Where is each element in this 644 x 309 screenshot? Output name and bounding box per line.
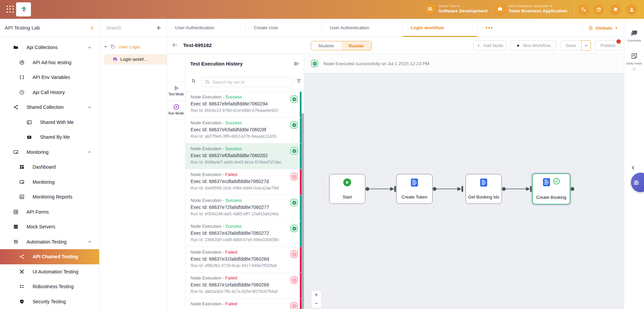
filter-icon[interactable] xyxy=(296,79,301,85)
sidebar-item-robustness-testing[interactable]: Robustness Testing xyxy=(0,279,99,294)
tree-item-login-workflow[interactable]: Login workf... xyxy=(104,54,167,64)
chevron-down-icon[interactable] xyxy=(104,45,108,49)
run-search-input[interactable] xyxy=(212,80,289,85)
sidebar-collapse-icon[interactable] xyxy=(90,26,94,30)
execution-list-item[interactable]: Node Execution - SuccessExec Id: 68637e4… xyxy=(186,221,304,247)
language-button[interactable] xyxy=(578,4,589,14)
sticky-notes-button[interactable]: Sticky Notes xyxy=(624,52,644,70)
execution-list-item[interactable]: Node Execution - FailedExec Id: 68637e1e… xyxy=(186,273,304,299)
topbar-divider xyxy=(574,4,574,15)
status-label: Failed xyxy=(225,172,237,177)
folder-icon xyxy=(13,45,18,50)
sidebar-item-shared-collection[interactable]: Shared Collection xyxy=(0,100,99,115)
caret-down-icon: ▾ xyxy=(458,4,459,8)
workspace-title: API Testing Lab xyxy=(5,25,40,31)
sidebar-item-automation-testing[interactable]: Automation Testing xyxy=(0,234,99,250)
product-logo[interactable] xyxy=(16,2,31,16)
modeler-tab[interactable]: Modeler xyxy=(311,41,341,50)
sidebar-item-monitoring[interactable]: Monitoring xyxy=(0,145,99,160)
execution-list-item[interactable]: Node Execution - FailedExec Id: 68637e31… xyxy=(186,247,304,273)
execution-list-item[interactable]: Node Execution - SuccessExec Id: 68637e7… xyxy=(186,195,304,221)
chevron-up-icon[interactable] xyxy=(87,45,92,50)
run-id: Run Id: e0548146-daf1-4d85-bff7-10a615de… xyxy=(191,212,304,216)
panel-expand-chevron[interactable] xyxy=(631,165,636,172)
execution-type-label: Node Execution xyxy=(191,146,222,151)
execution-list-item[interactable]: Node Execution - Failed xyxy=(186,299,304,309)
node-label: Create Token xyxy=(397,194,432,200)
tab-user-authentication-1[interactable]: User Authentication xyxy=(167,19,246,37)
workflow-node-create-token[interactable]: Create Token xyxy=(396,174,433,204)
sidebar-item-monitoring-reports[interactable]: Monitoring Reports xyxy=(0,189,99,205)
sidebar-item-api-forms[interactable]: API Forms xyxy=(0,205,99,220)
execution-list-item[interactable]: Node Execution - FailedExec Id: 68637ecd… xyxy=(186,169,304,195)
node-label: Get Booking Ids xyxy=(466,194,501,200)
workflow-toolbar: Test-695182 Modeler Runner Add Node Test… xyxy=(167,37,624,54)
app-launcher-icon[interactable] xyxy=(7,6,14,13)
chevron-up-icon[interactable] xyxy=(87,105,92,109)
sort-icon[interactable] xyxy=(191,78,196,85)
run-id: Run Id: ab27f9e5-3ff9-4b52-b27b-9eaadc21… xyxy=(191,134,304,139)
sidebar-item-security-testing[interactable]: Security Testing xyxy=(0,294,99,309)
sidebar-item-shared-with-me[interactable]: Shared With Me xyxy=(0,115,99,130)
add-collection-icon[interactable] xyxy=(156,25,161,31)
collapse-panel-icon[interactable] xyxy=(293,61,299,67)
chevron-up-icon[interactable] xyxy=(87,150,92,154)
save-options-button[interactable] xyxy=(581,40,591,51)
execution-list-item[interactable]: Node Execution - SuccessExec Id: 68637ef… xyxy=(186,143,304,169)
tab-user-authentication-3[interactable]: User Authentication xyxy=(322,19,403,37)
sidebar-item-api-collections[interactable]: Api Collections xyxy=(0,40,99,55)
execution-type-label: Node Execution xyxy=(191,301,222,306)
execution-type-label: Node Execution xyxy=(191,94,222,99)
comments-icon xyxy=(631,30,638,37)
exec-id: Exec Id: 68637e31fa8dfdd8e706026d xyxy=(191,256,304,262)
workflow-node-get-booking-ids[interactable]: Get Booking Ids xyxy=(466,174,502,204)
sidebar-item-monitoring[interactable]: Monitoring xyxy=(0,175,99,190)
tab-login-workflow-4[interactable]: Login workflow xyxy=(403,19,478,37)
status-label: Failed xyxy=(225,250,237,255)
sidebar-item-mock-servers[interactable]: Mock Servers xyxy=(0,219,99,234)
tab-overflow-button[interactable]: ••• xyxy=(486,19,493,37)
sidebar-item-api-ad-hoc-testing[interactable]: API Ad-hoc testing xyxy=(0,55,99,70)
notifications-button[interactable] xyxy=(610,4,620,14)
business-app-selector[interactable]: Select Business Application ▾ Team Busin… xyxy=(494,3,567,14)
theme-button[interactable] xyxy=(594,4,604,14)
sidebar-item-api-env-variables[interactable]: API Env Variables xyxy=(0,70,99,85)
sidebar-item-shared-by-me[interactable]: Shared By Me xyxy=(0,130,99,145)
workflow-node-create-booking[interactable]: Create Booking xyxy=(532,173,570,205)
workflow-canvas[interactable]: Node Executed successfully on Jul 1 2025… xyxy=(304,54,624,309)
test-mode-button[interactable]: Test Mode xyxy=(167,82,185,101)
workflow-node-start[interactable]: Start xyxy=(329,174,365,204)
tree-search-input[interactable] xyxy=(106,25,150,31)
bell-icon xyxy=(613,7,618,12)
exec-id: Exec Id: 68637e72fa8dfdd8e7060277 xyxy=(191,205,304,210)
runner-tab[interactable]: Runner xyxy=(341,41,372,50)
zoom-in-button[interactable]: + xyxy=(311,291,321,299)
chevron-up-icon[interactable] xyxy=(87,239,92,244)
sticky-note-icon xyxy=(631,52,638,60)
sidebar-item-dashboard[interactable]: Dashboard xyxy=(0,160,99,175)
run-mode-button[interactable]: Run Mode xyxy=(167,101,185,120)
history-scrollbar[interactable] xyxy=(301,113,304,309)
checklist-icon xyxy=(19,284,25,289)
business-app-name: Team Business Application xyxy=(509,8,567,13)
tree-folder-user-login[interactable]: User Login xyxy=(99,42,167,52)
team-name: Software Development xyxy=(439,8,488,13)
back-button[interactable] xyxy=(171,42,178,48)
execution-list-item[interactable]: Node Execution - SuccessExec Id: 68637ef… xyxy=(186,92,304,118)
status-strip xyxy=(300,92,301,117)
palette-icon xyxy=(596,7,602,12)
sidebar-item-api-call-history[interactable]: Api Call History xyxy=(0,85,99,100)
tab-create-user-2[interactable]: Create User xyxy=(246,19,322,37)
execution-list-item[interactable]: Node Execution - SuccessExec Id: 68637ef… xyxy=(186,118,304,143)
sidebar-item-api-chained-testing[interactable]: API Chained Testing xyxy=(0,249,99,264)
sidebar-item-ui-automation-testing[interactable]: UI Automation Testing xyxy=(0,264,99,279)
add-node-button[interactable]: Add Node xyxy=(473,40,507,51)
comments-button[interactable]: Comments xyxy=(624,30,644,42)
team-selector[interactable]: Select Team ▾ Software Development xyxy=(424,3,488,14)
globals-button[interactable]: Globals ▼ xyxy=(582,19,624,37)
save-button[interactable]: Save xyxy=(560,40,581,51)
document-icon xyxy=(588,26,593,31)
profile-button[interactable] xyxy=(627,4,637,14)
zoom-out-button[interactable]: − xyxy=(311,299,321,308)
test-workflow-button[interactable]: Test Workflow xyxy=(511,40,556,51)
